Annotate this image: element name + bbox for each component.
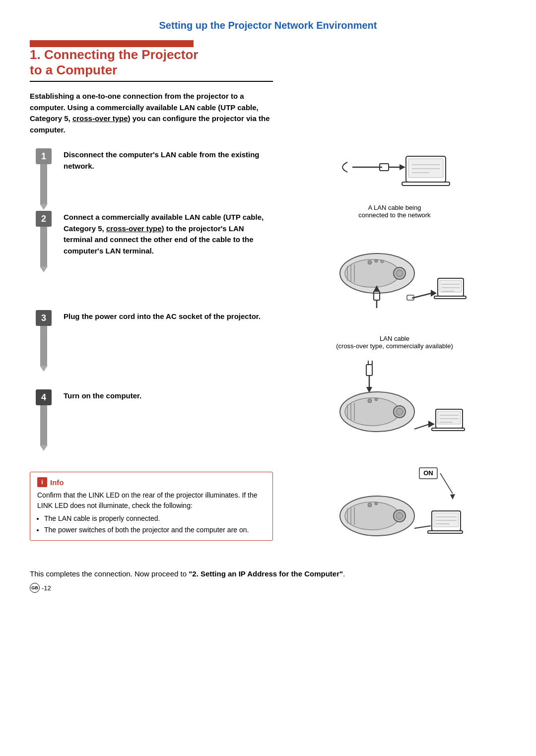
svg-point-13: [396, 270, 403, 277]
intro-text: Establishing a one-to-one connection fro…: [30, 91, 273, 135]
step-1-number-col: 1: [30, 147, 58, 210]
step-1-svg: [337, 147, 452, 202]
footer-text: This completes the connection. Now proce…: [30, 569, 506, 578]
info-body: Confirm that the LINK LED on the rear of…: [37, 490, 266, 511]
svg-point-11: [345, 259, 400, 287]
step-4-text: Turn on the computer.: [64, 390, 273, 402]
step-1-text: Disconnect the computer's LAN cable from…: [64, 149, 273, 172]
info-bullet-1: The LAN cable is properly connected.: [44, 513, 266, 524]
gb-badge: GB: [30, 583, 40, 593]
section-title: 1. Connecting the Projectorto a Computer: [30, 47, 273, 78]
svg-marker-3: [400, 164, 405, 170]
step-3-content: Plug the power cord into the AC socket o…: [64, 309, 273, 330]
step-2-number-col: 2: [30, 210, 58, 272]
svg-point-44: [368, 399, 372, 403]
step-3-number-col: 3: [30, 309, 58, 372]
step-2-content: Connect a commercially available LAN cab…: [64, 210, 273, 264]
svg-rect-70: [428, 531, 463, 533]
svg-text:ON: ON: [423, 469, 433, 477]
step-2-text: Connect a commercially available LAN cab…: [64, 212, 273, 256]
svg-line-67: [414, 526, 431, 528]
svg-rect-32: [366, 365, 372, 376]
step-3-row: 3 Plug the power cord into the AC socket…: [30, 309, 273, 388]
svg-point-61: [396, 512, 403, 519]
page-title: Setting up the Projector Network Environ…: [30, 20, 506, 31]
footer-bold: "2. Setting an IP Address for the Comput…: [189, 569, 343, 578]
step-4-line: [40, 405, 47, 445]
step-3-vertical: 3: [36, 309, 52, 372]
step-4-arrow: [40, 445, 48, 451]
step-3-line: [40, 326, 47, 366]
svg-point-59: [345, 502, 400, 530]
svg-rect-6: [402, 182, 450, 186]
info-label: Info: [50, 478, 64, 487]
page-header: Setting up the Projector Network Environ…: [30, 20, 506, 31]
step-2-row: 2 Connect a commercially available LAN c…: [30, 210, 273, 309]
svg-rect-50: [432, 428, 465, 431]
step-1-row: 1 Disconnect the computer's LAN cable fr…: [30, 147, 273, 210]
step-4-svg: ON: [323, 464, 467, 556]
step-4-number-col: 4: [30, 388, 58, 451]
step-3-arrow: [40, 366, 48, 372]
svg-marker-24: [431, 290, 437, 297]
step-4-badge: 4: [36, 389, 52, 405]
svg-line-56: [440, 473, 453, 494]
step-2-badge: 2: [36, 211, 52, 227]
info-bullets: The LAN cable is properly connected. The…: [44, 513, 266, 535]
svg-rect-5: [408, 159, 443, 178]
info-box-title: i Info: [37, 477, 266, 487]
step-3-badge: 3: [36, 310, 52, 326]
svg-point-66: [375, 502, 378, 505]
step-1-line: [40, 164, 47, 204]
step-1-vertical: 1: [36, 147, 52, 210]
svg-point-18: [375, 259, 378, 262]
step-4-content: Turn on the computer.: [64, 388, 273, 410]
svg-line-46: [414, 424, 429, 429]
svg-line-23: [412, 293, 432, 298]
step-4-illustration: ON: [283, 464, 506, 556]
svg-point-17: [368, 260, 372, 264]
step-1-badge: 1: [36, 148, 52, 164]
step-2-illustration: LAN cable(cross-over type, commercially …: [283, 234, 506, 350]
svg-rect-27: [434, 296, 466, 299]
title-section: 1. Connecting the Projectorto a Computer: [30, 40, 273, 82]
info-bullet-2: The power switches of both the projector…: [44, 524, 266, 535]
step-1-content: Disconnect the computer's LAN cable from…: [64, 147, 273, 180]
step-2-arrow: [40, 266, 48, 272]
step-2-vertical: 2: [36, 210, 52, 272]
svg-rect-69: [434, 513, 459, 527]
step-3-text: Plug the power cord into the AC socket o…: [64, 311, 273, 322]
step-1-illustration: A LAN cable beingconnected to the networ…: [283, 147, 506, 219]
svg-marker-47: [428, 421, 435, 428]
svg-point-40: [396, 408, 403, 415]
step-2-line: [40, 227, 47, 266]
info-icon: i: [37, 477, 47, 487]
step-4-vertical: 4: [36, 388, 52, 451]
info-box: i Info Confirm that the LINK LED on the …: [30, 472, 273, 541]
svg-rect-26: [440, 280, 462, 292]
step-1-caption: A LAN cable beingconnected to the networ…: [358, 204, 430, 219]
main-layout: 1 Disconnect the computer's LAN cable fr…: [30, 147, 506, 561]
steps-col: 1 Disconnect the computer's LAN cable fr…: [30, 147, 273, 541]
red-bar: [30, 40, 194, 47]
section-title-block: 1. Connecting the Projectorto a Computer: [30, 47, 273, 82]
svg-point-19: [381, 260, 384, 263]
step-3-svg: [323, 360, 467, 454]
svg-marker-57: [450, 494, 455, 500]
step-2-svg: [323, 234, 467, 333]
page-num: GB -12: [30, 583, 506, 593]
page-number: -12: [42, 584, 51, 592]
step-4-row: 4 Turn on the computer.: [30, 388, 273, 468]
svg-point-45: [375, 398, 378, 401]
svg-point-38: [345, 398, 400, 426]
step-1-arrow: [40, 204, 48, 210]
images-col: A LAN cable beingconnected to the networ…: [273, 147, 506, 561]
svg-point-65: [368, 503, 372, 507]
step-3-illustration: [283, 360, 506, 454]
step-2-caption: LAN cable(cross-over type, commercially …: [336, 335, 453, 350]
